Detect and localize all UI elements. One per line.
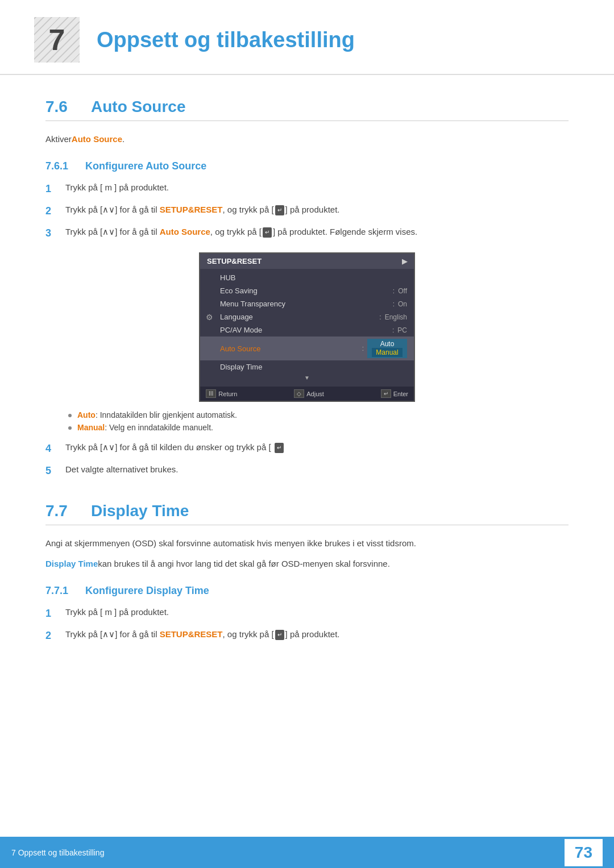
osd-scroll-down: ▼ xyxy=(200,375,414,381)
footer-page-number: 73 xyxy=(565,839,603,866)
bullet-manual: Manual: Velg en inndatakilde manuelt. xyxy=(68,423,569,432)
enter-icon-2: ↵ xyxy=(263,227,272,238)
osd-return: III Return xyxy=(206,389,237,398)
bullet-dot-2 xyxy=(68,426,72,430)
subsection-761-title: Konfigurere Auto Source xyxy=(85,160,206,172)
osd-arrow-right: ▶ xyxy=(402,258,407,265)
section-77-heading: 7.7 Display Time xyxy=(45,502,569,525)
enter-icon-osd: ↵ xyxy=(381,389,391,398)
osd-item-hub: HUB xyxy=(200,271,414,284)
osd-item-autosource: Auto Source : Auto Manual xyxy=(200,337,414,360)
step-77-1: 1 Trykk på [ m ] på produktet. xyxy=(45,605,569,622)
chapter-number: 7 xyxy=(49,23,65,57)
enter-icon-1: ↵ xyxy=(275,205,284,215)
section-77-intro2: Display Timekan brukes til å angi hvor l… xyxy=(45,557,569,571)
osd-item-language: ⚙ Language : English xyxy=(200,310,414,323)
osd-dropdown: Auto Manual xyxy=(367,339,407,358)
osd-item-eco: Eco Saving : Off xyxy=(200,284,414,297)
osd-item-pcav: PC/AV Mode : PC xyxy=(200,323,414,337)
step-4: 4 Trykk på [∧∨] for å gå til kilden du ø… xyxy=(45,441,569,457)
subsection-771-heading: 7.7.1 Konfigurere Display Time xyxy=(45,585,569,597)
bullet-auto: Auto: Inndatakilden blir gjenkjent autom… xyxy=(68,410,569,420)
osd-screenshot-container: SETUP&RESET ▶ HUB Eco Saving : Off Menu … xyxy=(45,252,569,402)
subsection-771-title: Konfigurere Display Time xyxy=(85,585,209,597)
subsection-761-number: 7.6.1 xyxy=(45,160,77,172)
return-icon: III xyxy=(206,389,216,398)
section-77-number: 7.7 xyxy=(45,502,80,520)
osd-enter: ↵ Enter xyxy=(381,389,408,398)
step-3: 3 Trykk på [∧∨] for å gå til Auto Source… xyxy=(45,225,569,242)
osd-screen: SETUP&RESET ▶ HUB Eco Saving : Off Menu … xyxy=(199,252,415,402)
enter-icon-3: ↵ xyxy=(275,443,284,453)
footer-section-label: 7 Oppsett og tilbakestilling xyxy=(11,848,104,857)
gear-icon: ⚙ xyxy=(206,313,213,322)
osd-menu-items: HUB Eco Saving : Off Menu Transparency :… xyxy=(200,269,414,384)
step-77-2: 2 Trykk på [∧∨] for å gå til SETUP&RESET… xyxy=(45,628,569,644)
osd-item-display-time: Display Time xyxy=(200,360,414,373)
page-header: 7 Oppsett og tilbakestilling xyxy=(0,0,614,75)
section-76-steps-4-5: 4 Trykk på [∧∨] for å gå til kilden du ø… xyxy=(45,441,569,479)
section-76-title: Auto Source xyxy=(91,98,185,116)
section-77-steps: 1 Trykk på [ m ] på produktet. 2 Trykk p… xyxy=(45,605,569,644)
step-2: 2 Trykk på [∧∨] for å gå til SETUP&RESET… xyxy=(45,203,569,219)
section-77-title: Display Time xyxy=(91,502,189,520)
autosource-bullets: Auto: Inndatakilden blir gjenkjent autom… xyxy=(68,410,569,432)
osd-bottom-bar: III Return ◇ Adjust ↵ Enter xyxy=(200,387,414,401)
subsection-771-number: 7.7.1 xyxy=(45,585,77,597)
section-76-heading: 7.6 Auto Source xyxy=(45,98,569,121)
osd-item-menu-trans: Menu Transparency : On xyxy=(200,297,414,310)
bullet-dot xyxy=(68,414,72,417)
step-1: 1 Trykk på [ m ] på produktet. xyxy=(45,181,569,197)
osd-adjust: ◇ Adjust xyxy=(294,389,324,398)
subsection-761-heading: 7.6.1 Konfigurere Auto Source xyxy=(45,160,569,172)
page-footer: 7 Oppsett og tilbakestilling 73 xyxy=(0,837,614,868)
adjust-icon: ◇ xyxy=(294,389,304,398)
chapter-number-box: 7 xyxy=(34,17,80,63)
chapter-title: Oppsett og tilbakestilling xyxy=(97,28,355,52)
osd-title-bar: SETUP&RESET ▶ xyxy=(200,254,414,269)
section-76-number: 7.6 xyxy=(45,98,80,116)
main-content: 7.6 Auto Source AktiverAuto Source. 7.6.… xyxy=(0,86,614,695)
section-76-steps: 1 Trykk på [ m ] på produktet. 2 Trykk p… xyxy=(45,181,569,241)
section-76-intro: AktiverAuto Source. xyxy=(45,132,569,146)
step-5: 5 Det valgte alternativet brukes. xyxy=(45,463,569,479)
section-77-intro1: Angi at skjermmenyen (OSD) skal forsvinn… xyxy=(45,537,569,550)
enter-icon-4: ↵ xyxy=(275,630,284,640)
